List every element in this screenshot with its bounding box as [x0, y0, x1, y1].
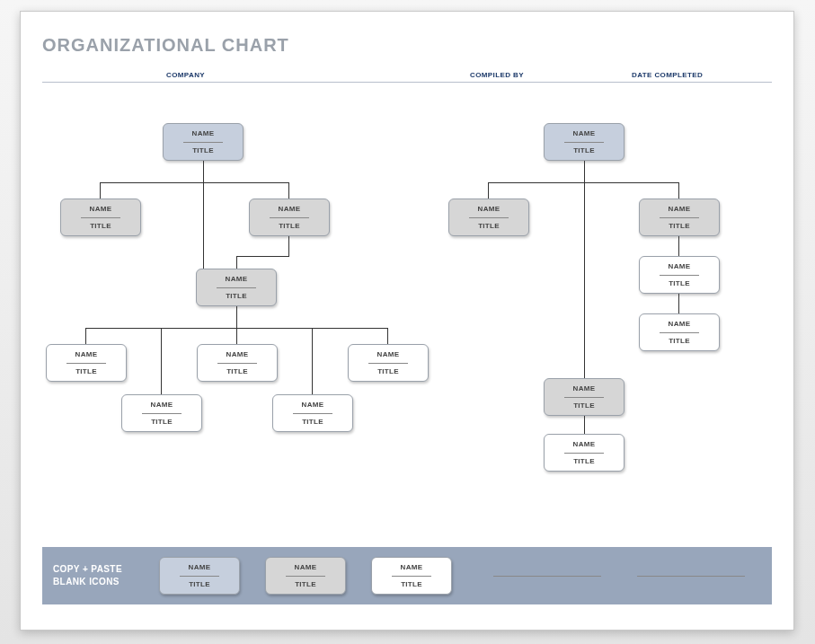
node-name: NAME [151, 400, 173, 410]
node-sep [66, 363, 106, 364]
header-company-label: COMPANY [166, 71, 205, 79]
connector [678, 182, 679, 198]
page-title: ORGANIZATIONAL CHART [42, 35, 289, 56]
connector [203, 182, 204, 213]
node-right-low[interactable]: NAME TITLE [544, 378, 625, 416]
node-sep [183, 142, 223, 143]
node-title: TITLE [75, 366, 97, 377]
node-name: NAME [192, 128, 215, 139]
node-right-root[interactable]: NAME TITLE [544, 123, 625, 161]
page: ORGANIZATIONAL CHART COMPANY COMPILED BY… [20, 11, 794, 631]
header-divider [42, 82, 772, 83]
connector [236, 306, 237, 328]
node-sep [293, 413, 332, 414]
node-title: TITLE [226, 366, 248, 377]
connector [488, 182, 489, 198]
node-sep [180, 576, 219, 577]
connector [584, 416, 585, 434]
node-title: TITLE [279, 221, 300, 232]
node-title: TITLE [377, 366, 399, 377]
node-left-child-1[interactable]: NAME TITLE [60, 198, 141, 236]
node-title: TITLE [295, 579, 316, 590]
node-left-g2[interactable]: NAME TITLE [197, 344, 278, 382]
node-left-g1[interactable]: NAME TITLE [46, 344, 127, 382]
node-name: NAME [189, 562, 211, 573]
header-date-label: DATE COMPLETED [632, 71, 703, 79]
node-title: TITLE [90, 221, 111, 232]
footer-sample-white[interactable]: NAME TITLE [371, 557, 452, 595]
node-name: NAME [573, 439, 596, 450]
node-sep [564, 453, 604, 454]
node-title: TITLE [302, 417, 323, 428]
node-name: NAME [90, 204, 112, 215]
node-sep [392, 576, 431, 577]
footer-label: COPY + PASTE BLANK ICONS [53, 563, 122, 588]
node-title: TITLE [573, 401, 595, 411]
connector [387, 328, 388, 344]
footer-placeholder-line-2 [637, 576, 745, 577]
node-right-child-1[interactable]: NAME TITLE [448, 198, 529, 236]
node-name: NAME [279, 204, 301, 215]
connector [203, 161, 204, 182]
node-title: TITLE [669, 336, 690, 347]
node-right-w1[interactable]: NAME TITLE [639, 256, 720, 294]
node-name: NAME [75, 349, 98, 360]
node-sep [660, 332, 699, 333]
node-name: NAME [226, 349, 249, 360]
node-title: TITLE [151, 417, 173, 428]
node-name: NAME [295, 562, 317, 573]
node-sep [368, 363, 408, 364]
connector [312, 328, 313, 394]
connector [85, 328, 86, 344]
footer-sample-grey[interactable]: NAME TITLE [265, 557, 346, 595]
node-title: TITLE [573, 456, 595, 467]
connector [678, 294, 679, 313]
node-title: TITLE [669, 221, 690, 232]
footer-label-line1: COPY + PASTE [53, 564, 122, 574]
node-sep [270, 217, 309, 218]
node-left-g3[interactable]: NAME TITLE [348, 344, 429, 382]
connector [161, 328, 162, 394]
node-sep [660, 217, 699, 218]
node-right-bottom[interactable]: NAME TITLE [544, 434, 625, 472]
connector [100, 182, 288, 183]
connector [288, 236, 289, 256]
node-sep [217, 287, 256, 288]
connector [236, 328, 237, 344]
node-sep [142, 413, 182, 414]
node-title: TITLE [478, 221, 500, 232]
node-sep [81, 217, 120, 218]
connector [236, 256, 289, 257]
node-name: NAME [478, 204, 501, 215]
node-right-w2[interactable]: NAME TITLE [639, 313, 720, 351]
node-right-child-2[interactable]: NAME TITLE [639, 198, 720, 236]
node-sep [469, 217, 509, 218]
node-name: NAME [573, 384, 596, 394]
node-title: TITLE [192, 146, 214, 156]
connector [203, 213, 204, 269]
node-name: NAME [669, 319, 691, 330]
node-left-child-2[interactable]: NAME TITLE [249, 198, 330, 236]
node-left-g5[interactable]: NAME TITLE [272, 394, 353, 432]
node-title: TITLE [573, 146, 595, 156]
footer-placeholder-line-1 [493, 576, 601, 577]
node-left-mid[interactable]: NAME TITLE [196, 269, 277, 306]
node-sep [564, 142, 604, 143]
footer-bar: COPY + PASTE BLANK ICONS NAME TITLE NAME… [42, 547, 772, 604]
footer-sample-blue[interactable]: NAME TITLE [159, 557, 240, 595]
node-name: NAME [302, 400, 324, 410]
node-sep [217, 363, 257, 364]
node-sep [660, 275, 699, 276]
footer-label-line2: BLANK ICONS [53, 577, 120, 587]
node-left-root[interactable]: NAME TITLE [163, 123, 244, 161]
node-sep [564, 397, 604, 398]
node-title: TITLE [401, 579, 422, 590]
node-left-g4[interactable]: NAME TITLE [121, 394, 202, 432]
node-title: TITLE [189, 579, 210, 590]
connector [236, 256, 237, 269]
node-name: NAME [669, 261, 691, 272]
node-title: TITLE [669, 278, 690, 289]
node-name: NAME [377, 349, 400, 360]
node-name: NAME [669, 204, 691, 215]
connector [678, 236, 679, 256]
